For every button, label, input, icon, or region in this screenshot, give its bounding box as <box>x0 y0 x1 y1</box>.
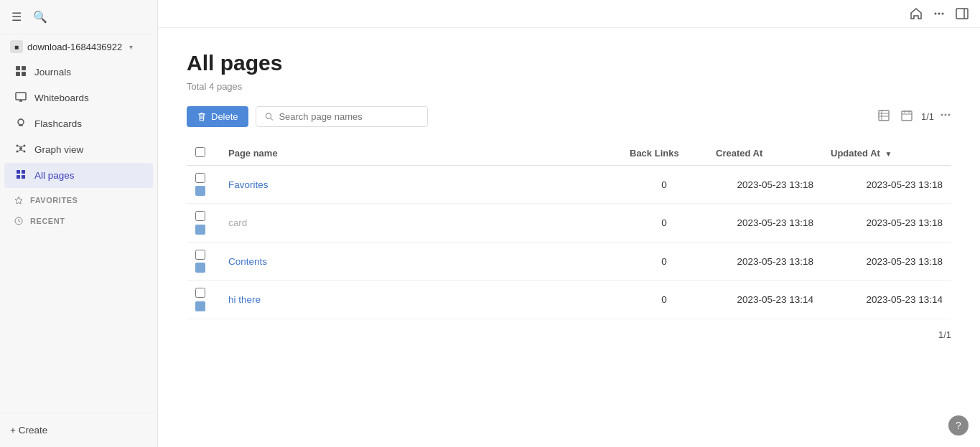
section-favorites-label: FAVORITES <box>30 196 78 204</box>
page-back-links: 0 <box>621 281 707 319</box>
header-checkbox-col <box>187 141 220 166</box>
page-name-link[interactable]: Favorites <box>228 179 269 190</box>
row-checkbox[interactable] <box>195 288 205 298</box>
page-back-links: 0 <box>621 204 707 242</box>
table-row: Favorites02023-05-23 13:182023-05-23 13:… <box>187 166 951 204</box>
help-button[interactable]: ? <box>948 415 969 436</box>
page-name-link[interactable]: hi there <box>228 294 261 305</box>
header-page-name: Page name <box>220 141 621 166</box>
page-created-at: 2023-05-23 13:18 <box>707 166 822 204</box>
row-checkbox[interactable] <box>195 173 205 183</box>
svg-rect-0 <box>16 66 20 70</box>
page-created-at: 2023-05-23 13:14 <box>707 281 822 319</box>
more-options-button[interactable] <box>933 7 946 20</box>
svg-point-25 <box>938 13 941 15</box>
sort-arrow-icon: ▼ <box>885 150 892 158</box>
svg-line-32 <box>270 118 272 120</box>
all-pages-icon <box>14 169 27 182</box>
svg-rect-2 <box>16 72 20 76</box>
page-back-links: 0 <box>621 166 707 204</box>
section-recent-label: RECENT <box>30 217 65 225</box>
page-updated-at: 2023-05-23 13:18 <box>822 204 951 242</box>
page-updated-at: 2023-05-23 13:18 <box>822 242 951 280</box>
page-back-links: 0 <box>621 242 707 280</box>
select-all-checkbox[interactable] <box>195 147 205 157</box>
delete-label: Delete <box>211 111 238 122</box>
svg-point-26 <box>942 13 944 15</box>
svg-point-43 <box>948 114 951 116</box>
header-back-links: Back Links <box>621 141 707 166</box>
svg-rect-19 <box>22 170 25 174</box>
pages-table: Page name Back Links Created At Updated … <box>187 141 951 319</box>
svg-point-31 <box>266 113 271 118</box>
sidebar-item-journals[interactable]: Journals <box>4 60 153 85</box>
whiteboards-icon <box>14 91 27 105</box>
svg-rect-21 <box>22 175 25 179</box>
workspace-name: download-1684436922 <box>27 42 122 52</box>
search-icon <box>265 112 274 121</box>
svg-rect-33 <box>879 110 889 121</box>
row-checkbox[interactable] <box>195 211 205 221</box>
sidebar-item-journals-label: Journals <box>34 67 71 77</box>
star-icon <box>14 196 23 204</box>
page-subtitle: Total 4 pages <box>187 81 951 92</box>
topbar-icons <box>910 7 969 20</box>
sidebar-item-all-pages[interactable]: All pages <box>4 163 153 188</box>
calendar-icon <box>901 110 913 121</box>
delete-button[interactable]: Delete <box>187 106 248 127</box>
sidebar-item-whiteboards[interactable]: Whiteboards <box>4 85 153 110</box>
journals-icon <box>14 65 27 79</box>
page-name-muted: card <box>228 217 247 228</box>
page-updated-at: 2023-05-23 13:18 <box>822 166 951 204</box>
page-icon <box>195 301 205 311</box>
page-content: All pages Total 4 pages Delete <box>158 28 980 447</box>
home-button[interactable] <box>910 7 923 20</box>
hamburger-menu-button[interactable]: ☰ <box>10 9 23 25</box>
page-title: All pages <box>187 51 951 75</box>
main-content: All pages Total 4 pages Delete <box>158 0 980 447</box>
page-icon <box>195 263 205 273</box>
bottom-pagination-label: 1/1 <box>938 329 951 340</box>
panel-toggle-button[interactable] <box>956 7 969 20</box>
create-button[interactable]: + Create <box>10 422 147 438</box>
page-name-link[interactable]: Contents <box>228 256 267 267</box>
search-box <box>256 106 428 127</box>
search-input[interactable] <box>279 111 418 122</box>
row-checkbox[interactable] <box>195 250 205 260</box>
svg-rect-3 <box>22 72 26 76</box>
table-view-button[interactable] <box>875 107 892 126</box>
table-row: Contents02023-05-23 13:182023-05-23 13:1… <box>187 242 951 280</box>
sidebar-item-graph-view[interactable]: Graph view <box>4 137 153 162</box>
toolbar-right: 1/1 <box>875 107 951 126</box>
svg-point-9 <box>19 147 22 150</box>
table-more-button[interactable] <box>940 109 951 124</box>
sidebar-item-all-pages-label: All pages <box>34 170 75 181</box>
svg-rect-4 <box>16 93 26 100</box>
sidebar-top-bar: ☰ 🔍 <box>0 0 157 34</box>
table-row: hi there02023-05-23 13:142023-05-23 13:1… <box>187 281 951 319</box>
help-label: ? <box>956 420 961 431</box>
svg-rect-1 <box>22 66 26 70</box>
bottom-pagination: 1/1 <box>187 319 951 340</box>
page-created-at: 2023-05-23 13:18 <box>707 242 822 280</box>
sidebar-item-flashcards[interactable]: Flashcards <box>4 111 153 136</box>
workspace-caret-icon: ▾ <box>129 43 133 51</box>
toolbar-left: Delete <box>187 106 428 127</box>
sidebar-item-whiteboards-label: Whiteboards <box>34 93 89 103</box>
section-recent-header[interactable]: RECENT <box>4 212 153 230</box>
workspace-selector[interactable]: ■ download-1684436922 ▾ <box>0 34 157 59</box>
svg-marker-22 <box>15 197 22 204</box>
toolbar: Delete <box>187 106 951 127</box>
section-favorites-header[interactable]: FAVORITES <box>4 192 153 209</box>
svg-rect-18 <box>17 170 20 174</box>
workspace-icon: ■ <box>10 40 23 53</box>
calendar-view-button[interactable] <box>898 107 915 126</box>
table-row: card02023-05-23 13:182023-05-23 13:18 <box>187 204 951 242</box>
sidebar-item-flashcards-label: Flashcards <box>34 118 82 129</box>
header-updated-at[interactable]: Updated At ▼ <box>822 141 951 166</box>
table-view-icon <box>878 110 890 121</box>
search-button[interactable]: 🔍 <box>32 9 49 25</box>
svg-rect-37 <box>902 111 912 121</box>
panel-icon <box>956 7 969 20</box>
svg-point-24 <box>935 13 937 15</box>
